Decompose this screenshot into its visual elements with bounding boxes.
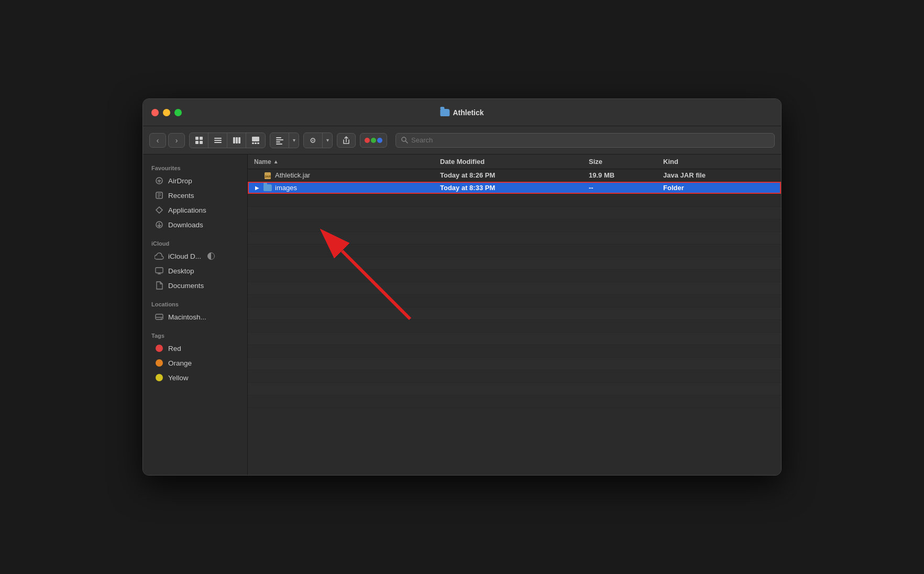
- tag-blue-dot: [377, 138, 382, 143]
- empty-row: [248, 295, 781, 307]
- tag-red-icon: [155, 344, 164, 353]
- svg-text:JAR: JAR: [265, 175, 271, 178]
- maximize-button[interactable]: [174, 109, 182, 116]
- action-button[interactable]: ⚙ ▾: [303, 133, 333, 148]
- forward-button[interactable]: ›: [168, 133, 185, 148]
- airdrop-icon: [155, 176, 164, 185]
- desktop-icon: [155, 266, 164, 275]
- view-list-button[interactable]: [208, 133, 227, 148]
- expand-arrow-icon: ▶: [254, 185, 260, 191]
- airdrop-label: AirDrop: [168, 177, 192, 185]
- tag-yellow-icon: [155, 373, 164, 382]
- svg-rect-11: [252, 142, 254, 144]
- traffic-lights: [151, 109, 182, 116]
- empty-row: [248, 307, 781, 320]
- file-name-cell: ▶ images: [254, 184, 440, 192]
- sidebar-item-tag-yellow[interactable]: Yellow: [146, 370, 244, 385]
- svg-rect-10: [252, 137, 259, 141]
- header-size[interactable]: Size: [589, 158, 663, 165]
- sidebar-item-applications[interactable]: Applications: [146, 203, 244, 217]
- svg-point-20: [156, 178, 162, 184]
- svg-rect-15: [276, 139, 283, 140]
- grid-icon: [195, 136, 203, 145]
- gear-arrow-icon: ▾: [323, 133, 332, 148]
- view-gallery-button[interactable]: [246, 133, 265, 148]
- applications-icon: [155, 205, 164, 215]
- share-button[interactable]: [337, 133, 356, 148]
- window-title-area: Athletick: [440, 108, 483, 117]
- titlebar: Athletick: [143, 99, 781, 126]
- svg-rect-16: [276, 141, 280, 142]
- desktop-label: Desktop: [168, 267, 194, 275]
- documents-icon: [155, 281, 164, 290]
- search-input[interactable]: [411, 136, 769, 144]
- svg-rect-3: [200, 141, 203, 144]
- empty-row: [248, 207, 781, 219]
- header-kind[interactable]: Kind: [663, 158, 775, 165]
- view-icon-button[interactable]: [190, 133, 208, 148]
- svg-rect-13: [257, 142, 259, 144]
- group-view-main-icon: [270, 133, 289, 148]
- sidebar-item-downloads[interactable]: Downloads: [146, 217, 244, 232]
- favourites-section-label: Favourites: [143, 161, 247, 173]
- icloud-drive-label: iCloud D...: [168, 252, 201, 260]
- tags-section-label: Tags: [143, 328, 247, 341]
- svg-rect-5: [214, 140, 222, 141]
- file-date: Today at 8:26 PM: [440, 171, 589, 179]
- minimize-button[interactable]: [163, 109, 170, 116]
- share-icon: [343, 136, 350, 145]
- empty-row: [248, 245, 781, 257]
- icloud-section-label: iCloud: [143, 236, 247, 249]
- file-size: --: [589, 184, 663, 192]
- sidebar-item-airdrop[interactable]: AirDrop: [146, 173, 244, 188]
- empty-row: [248, 219, 781, 232]
- svg-rect-4: [214, 138, 222, 139]
- close-button[interactable]: [151, 109, 159, 116]
- back-button[interactable]: ‹: [149, 133, 166, 148]
- folder-icon: [263, 184, 272, 192]
- svg-rect-17: [276, 144, 282, 145]
- group-view-arrow-icon: ▾: [289, 133, 299, 148]
- empty-row: [248, 257, 781, 270]
- svg-rect-6: [214, 142, 222, 143]
- forward-icon: ›: [175, 136, 178, 145]
- svg-rect-0: [195, 137, 199, 140]
- svg-point-21: [159, 181, 160, 183]
- search-bar[interactable]: [395, 133, 775, 148]
- empty-row: [248, 194, 781, 207]
- table-row[interactable]: JAR Athletick.jar Today at 8:26 PM 19.9 …: [248, 169, 781, 182]
- nav-buttons: ‹ ›: [149, 133, 185, 148]
- file-date: Today at 8:33 PM: [440, 184, 589, 192]
- empty-row: [248, 358, 781, 370]
- tag-green-dot: [371, 138, 376, 143]
- icloud-extra-icon: [207, 252, 215, 260]
- group-view-button[interactable]: ▾: [270, 133, 299, 148]
- empty-row: [248, 320, 781, 333]
- gallery-icon: [251, 136, 260, 145]
- sidebar-item-tag-orange[interactable]: Orange: [146, 356, 244, 370]
- icloud-drive-icon: [155, 251, 164, 261]
- sidebar-item-documents[interactable]: Documents: [146, 278, 244, 293]
- content-area: Favourites AirDrop Recents Applications: [143, 154, 781, 475]
- applications-label: Applications: [168, 206, 206, 214]
- group-icon: [276, 136, 284, 145]
- tag-button[interactable]: [360, 133, 387, 148]
- sidebar-item-icloud-drive[interactable]: iCloud D...: [146, 249, 244, 263]
- sidebar-item-recents[interactable]: Recents: [146, 188, 244, 203]
- empty-row: [248, 395, 781, 408]
- sidebar-item-desktop[interactable]: Desktop: [146, 263, 244, 278]
- macintosh-label: Macintosh...: [168, 313, 206, 321]
- downloads-icon: [155, 220, 164, 229]
- sidebar-item-tag-red[interactable]: Red: [146, 341, 244, 356]
- header-name[interactable]: Name ▲: [254, 158, 440, 165]
- header-date[interactable]: Date Modified: [440, 158, 589, 165]
- svg-rect-8: [236, 137, 238, 144]
- view-buttons: [189, 133, 266, 148]
- back-icon: ‹: [157, 136, 159, 145]
- table-row[interactable]: ▶ images Today at 8:33 PM -- Folder: [248, 182, 781, 194]
- file-kind: Folder: [663, 184, 775, 192]
- file-name-cell: JAR Athletick.jar: [254, 171, 440, 179]
- sidebar-item-macintosh[interactable]: Macintosh...: [146, 310, 244, 324]
- locations-section-label: Locations: [143, 297, 247, 310]
- view-columns-button[interactable]: [227, 133, 246, 148]
